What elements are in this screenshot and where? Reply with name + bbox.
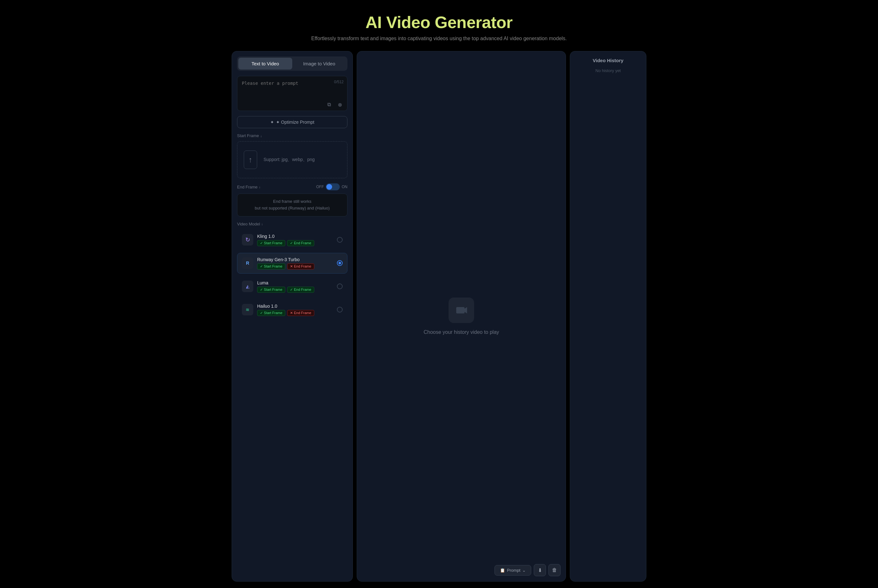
clear-icon[interactable]: ⊗ [335, 100, 344, 109]
prompt-icons: ⧉ ⊗ [325, 100, 344, 109]
svg-marker-1 [465, 307, 467, 314]
optimize-label: ✦ Optimize Prompt [276, 120, 314, 124]
history-empty-message: No history yet [575, 68, 641, 73]
kling-info: Kling 1.0 ✓ Start Frame ✓ End Frame [257, 234, 333, 246]
video-model-arrow-icon: ↓ [261, 222, 263, 226]
runway-info: Runway Gen-3 Turbo ✓ Start Frame ✕ End F… [257, 257, 333, 270]
svg-rect-0 [456, 307, 465, 314]
kling-tag-start: ✓ Start Frame [257, 240, 285, 246]
end-frame-info-line2: but not supported (Runway) and (Hailuo) [242, 205, 342, 212]
luma-tags: ✓ Start Frame ✓ End Frame [257, 286, 333, 293]
runway-name: Runway Gen-3 Turbo [257, 257, 333, 262]
runway-tag-start: ✓ Start Frame [257, 263, 285, 270]
end-frame-label: End Frame ↓ [237, 184, 261, 189]
kling-name: Kling 1.0 [257, 234, 333, 239]
tab-text-to-video[interactable]: Text to Video [238, 58, 292, 69]
luma-icon: ◭ [242, 280, 253, 292]
hailuo-tags: ✓ Start Frame ✕ End Frame [257, 310, 333, 316]
end-frame-info-line1: End frame still works [242, 198, 342, 205]
center-bottom-bar: 📋 Prompt ⌄ ⬇ 🗑 [495, 564, 561, 576]
tab-image-to-video[interactable]: Image to Video [292, 58, 346, 69]
hailuo-icon: ≋ [242, 304, 253, 315]
kling-icon: ↻ [242, 234, 253, 246]
start-frame-arrow-icon: ↓ [260, 134, 262, 138]
main-container: Text to Video Image to Video 0/512 ⧉ ⊗ ✦… [225, 51, 653, 588]
delete-button[interactable]: 🗑 [549, 564, 561, 576]
start-frame-label: Start Frame ↓ [237, 133, 347, 138]
prompt-area: 0/512 ⧉ ⊗ [237, 76, 347, 112]
right-panel: Video History No history yet [570, 51, 646, 582]
download-button[interactable]: ⬇ [534, 564, 546, 576]
video-camera-svg [455, 304, 468, 316]
runway-tags: ✓ Start Frame ✕ End Frame [257, 263, 333, 270]
toggle-off-label: OFF [316, 184, 324, 189]
delete-icon: 🗑 [552, 567, 557, 573]
runway-radio[interactable] [337, 260, 343, 266]
video-placeholder-icon [449, 297, 474, 323]
end-frame-info: End frame still works but not supported … [237, 194, 347, 216]
video-history-title: Video History [575, 58, 641, 63]
video-placeholder: Choose your history video to play [424, 297, 499, 335]
page-title: AI Video Generator [6, 13, 872, 32]
prompt-button[interactable]: 📋 Prompt ⌄ [495, 565, 531, 576]
prompt-label: Prompt [507, 568, 520, 573]
video-model-label: Video Model ↓ [237, 222, 347, 226]
optimize-prompt-button[interactable]: ✦ ✦ Optimize Prompt [237, 116, 347, 128]
copy-icon[interactable]: ⧉ [325, 100, 334, 109]
model-item-runway[interactable]: R Runway Gen-3 Turbo ✓ Start Frame ✕ End… [237, 253, 347, 274]
page-subtitle: Effortlessly transform text and images i… [6, 36, 872, 42]
left-panel: Text to Video Image to Video 0/512 ⧉ ⊗ ✦… [232, 51, 353, 582]
luma-info: Luma ✓ Start Frame ✓ End Frame [257, 280, 333, 293]
luma-tag-start: ✓ Start Frame [257, 286, 285, 293]
toggle-on-label: ON [342, 184, 347, 189]
runway-tag-end: ✕ End Frame [287, 263, 314, 270]
model-item-kling[interactable]: ↻ Kling 1.0 ✓ Start Frame ✓ End Frame [237, 230, 347, 250]
upload-icon: ↑ [244, 150, 257, 169]
luma-tag-end: ✓ End Frame [287, 286, 314, 293]
hailuo-tag-end: ✕ End Frame [287, 310, 314, 316]
luma-name: Luma [257, 280, 333, 285]
kling-tags: ✓ Start Frame ✓ End Frame [257, 240, 333, 246]
luma-radio[interactable] [337, 284, 343, 289]
kling-tag-end: ✓ End Frame [287, 240, 314, 246]
kling-radio[interactable] [337, 237, 343, 243]
hailuo-tag-start: ✓ Start Frame [257, 310, 285, 316]
clipboard-icon: 📋 [500, 568, 505, 573]
tab-row: Text to Video Image to Video [237, 57, 347, 71]
video-placeholder-text: Choose your history video to play [424, 329, 499, 335]
hailuo-radio[interactable] [337, 307, 343, 312]
page-header: AI Video Generator Effortlessly transfor… [0, 0, 878, 51]
model-item-luma[interactable]: ◭ Luma ✓ Start Frame ✓ End Frame [237, 276, 347, 297]
model-item-hailuo[interactable]: ≋ Hailuo 1.0 ✓ Start Frame ✕ End Frame [237, 299, 347, 320]
download-icon: ⬇ [538, 567, 542, 573]
runway-icon: R [242, 257, 253, 269]
end-frame-arrow-icon: ↓ [259, 185, 261, 189]
end-frame-row: End Frame ↓ OFF ON [237, 183, 347, 190]
optimize-icon: ✦ [270, 120, 274, 124]
upload-text: Support: jpg、webp、png [263, 157, 314, 163]
end-frame-toggle[interactable] [326, 183, 340, 190]
start-frame-upload[interactable]: ↑ Support: jpg、webp、png [237, 141, 347, 178]
hailuo-info: Hailuo 1.0 ✓ Start Frame ✕ End Frame [257, 304, 333, 316]
prompt-chevron-icon: ⌄ [522, 568, 526, 573]
center-panel: Choose your history video to play 📋 Prom… [357, 51, 566, 582]
hailuo-name: Hailuo 1.0 [257, 304, 333, 309]
end-frame-toggle-group: OFF ON [316, 183, 347, 190]
prompt-char-count: 0/512 [334, 80, 344, 84]
